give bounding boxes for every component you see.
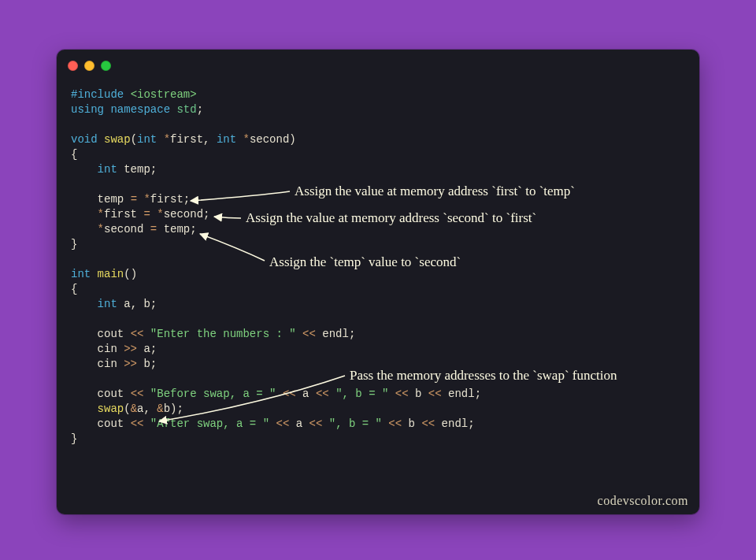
kw-void: void [71,133,104,146]
code-block: #include <iostream> using namespace std;… [71,87,685,503]
semi: ; [203,208,209,221]
op-ltlt: << [131,328,150,340]
indent [71,417,98,430]
fn-main: main [98,268,124,280]
zoom-icon [101,61,111,71]
kw-int: int [137,133,164,146]
semi: ; [349,328,355,340]
indent [71,163,98,176]
kw-using: using [71,103,110,116]
indent [71,328,98,340]
semi: ; [183,193,190,206]
indent [71,358,98,370]
semi: ; [150,343,157,355]
close-icon [68,61,78,71]
lpar: ( [124,402,130,415]
indent [71,223,98,235]
id-temp: temp [124,163,150,176]
id-std: std [176,103,196,116]
semi: ; [150,163,157,176]
kw-int: int [98,298,124,310]
kw-namespace: namespace [110,103,176,116]
op-ltlt: << [388,417,408,430]
str: "After swap, a = " [150,417,269,430]
id-second: second [164,208,203,221]
op-ltlt: << [283,388,302,400]
str: "Enter the numbers : " [150,328,296,340]
id-a: a [143,343,150,355]
id-a: a [124,298,130,310]
op-ltlt: << [316,388,335,400]
rpar: ) [131,268,137,280]
id-cin: cin [98,343,124,355]
annotation-2: Assign the value at memory address `seco… [246,210,536,226]
semi: ; [197,103,203,116]
id-b: b [164,402,170,415]
id-b: b [143,358,150,370]
kw-int: int [71,268,98,280]
op-gtgt: >> [124,343,143,355]
rpar: ) [289,133,295,146]
sp [388,388,395,400]
window-controls [68,61,111,71]
semi: ; [468,417,474,430]
op-ltlt: << [395,388,415,400]
op-gtgt: >> [124,358,143,370]
op-ltlt: << [309,417,329,430]
brace: { [71,283,77,295]
op-ltlt: << [276,417,295,430]
op-ltlt: << [421,417,441,430]
id-cout: cout [98,328,131,340]
sp [296,328,302,340]
indent [71,402,98,415]
op-eq: = [143,208,157,221]
minimize-icon [84,61,94,71]
id-a: a [302,388,316,400]
kw-int: int [217,133,243,146]
id-cin: cin [98,358,124,370]
id-endl: endl [442,417,469,430]
id-b: b [409,417,422,430]
semi: ; [150,358,157,370]
indent [71,388,98,400]
op-amp: & [131,402,137,415]
comma: , [131,298,144,310]
star: * [143,193,150,206]
id-first: first [104,208,143,221]
star: * [164,133,170,146]
id-b: b [415,388,428,400]
star: * [98,223,104,235]
annotation-4: Pass the memory addresses to the `swap` … [350,368,617,384]
semi: ; [150,298,157,310]
sp [276,388,282,400]
lpar: ( [124,268,130,280]
id-first: first [170,133,203,146]
indent [71,193,98,206]
kw-include: #include [71,88,131,101]
id-second: second [104,223,150,235]
op-ltlt: << [131,388,150,400]
id-temp: temp [164,223,191,235]
star: * [157,208,163,221]
comma: , [143,402,157,415]
indent [71,208,98,221]
id-cout: cout [98,417,131,430]
op-ltlt: << [302,328,322,340]
id-cout: cout [98,388,131,400]
lpar: ( [131,133,137,146]
semi: ; [475,388,481,400]
id-endl: endl [322,328,349,340]
id-second: second [250,133,289,146]
comma: , [203,133,217,146]
id-a: a [296,417,309,430]
semi: ; [190,223,196,235]
fn-swap-call: swap [98,402,124,415]
op-amp: & [157,402,163,415]
annotation-1: Assign the value at memory address `firs… [295,184,575,199]
semi: ; [176,402,183,415]
kw-int: int [98,163,124,176]
op-eq: = [150,223,164,235]
id-b: b [143,298,150,310]
str: "Before swap, a = " [150,388,276,400]
op-eq: = [131,193,144,206]
